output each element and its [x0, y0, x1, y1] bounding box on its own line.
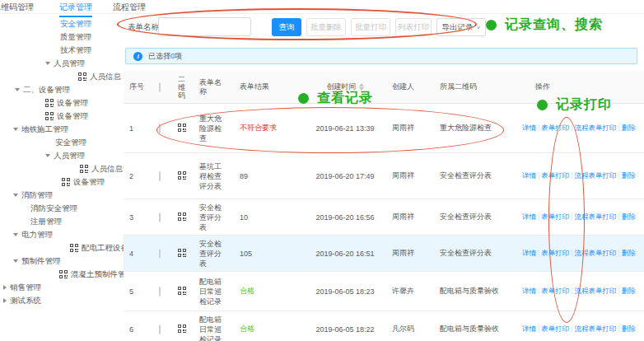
- table-row[interactable]: 5 配电箱日常巡检记录 合格 2019-06-05 18:23 许馨卉 配电箱与…: [124, 272, 644, 311]
- sidebar-item-8[interactable]: 设备管理: [0, 110, 122, 123]
- row-checkbox[interactable]: [159, 287, 161, 297]
- detail-link[interactable]: 详情: [522, 171, 536, 180]
- qr-icon[interactable]: [178, 249, 186, 257]
- detail-link[interactable]: 详情: [522, 213, 536, 221]
- sidebar-item-15[interactable]: 消防安全管理: [0, 202, 122, 215]
- tab-qrcode-management[interactable]: 二维码管理: [0, 2, 34, 16]
- sidebar-item-label: 设备管理: [57, 96, 88, 110]
- sidebar-item-label: 预制件管理: [21, 255, 61, 268]
- sidebar-item-9[interactable]: 地铁施工管理: [0, 123, 122, 136]
- table-row[interactable]: 6 配电箱日常巡检记录 合格 2019-06-05 18:22 凡尔码 配电箱与…: [124, 311, 644, 341]
- row-checkbox[interactable]: [159, 325, 161, 334]
- flow-print-link[interactable]: 流程表单打印: [574, 171, 616, 180]
- header-form-name: 表单名称: [199, 78, 237, 96]
- table-row[interactable]: 4 安全检查评分表 105 2019-06-20 16:51 周雨祥 安全检查评…: [124, 236, 644, 272]
- sidebar-item-3[interactable]: 技术管理: [0, 44, 122, 57]
- batch-delete-button[interactable]: 批量删除: [306, 18, 346, 36]
- detail-link[interactable]: 详情: [522, 124, 536, 132]
- bullet-icon: [486, 20, 497, 30]
- form-print-link[interactable]: 表单打印: [541, 249, 569, 257]
- sidebar-item-17[interactable]: 电力管理: [0, 228, 122, 241]
- detail-link[interactable]: 详情: [522, 325, 536, 333]
- row-checkbox[interactable]: [159, 213, 161, 222]
- flow-print-link[interactable]: 流程表单打印: [574, 287, 616, 295]
- qr-icon[interactable]: [178, 325, 186, 333]
- form-print-link[interactable]: 表单打印: [541, 325, 569, 333]
- flow-print-link[interactable]: 流程表单打印: [574, 213, 616, 221]
- sidebar-item-16[interactable]: 注册管理: [0, 215, 122, 228]
- sidebar-item-22[interactable]: 测试系统: [0, 294, 122, 307]
- sidebar-item-11[interactable]: 人员管理: [0, 149, 122, 162]
- flow-print-link[interactable]: 流程表单打印: [574, 249, 616, 257]
- sidebar-item-19[interactable]: 预制件管理: [0, 255, 122, 268]
- form-name-label: 表单名称:: [128, 22, 161, 33]
- chevron-down-icon[interactable]: [13, 259, 18, 263]
- qr-icon: [45, 99, 54, 107]
- tab-process-management[interactable]: 流程管理: [113, 2, 146, 16]
- sidebar-item-1[interactable]: 安全管理: [0, 17, 122, 30]
- row-checkbox[interactable]: [159, 124, 161, 133]
- selection-alert-text: 已选择0项: [148, 51, 182, 62]
- chevron-down-icon[interactable]: [15, 88, 20, 91]
- delete-link[interactable]: 删除: [622, 249, 636, 257]
- chevron-down-icon[interactable]: [45, 62, 50, 65]
- row-checkbox[interactable]: [159, 249, 161, 259]
- sidebar-item-4[interactable]: 人员管理: [0, 57, 122, 70]
- sidebar-item-21[interactable]: 销售管理: [0, 281, 122, 294]
- query-button[interactable]: 查询: [272, 18, 301, 36]
- list-print-button[interactable]: 列表打印: [395, 18, 432, 36]
- cell-actions: 详情|表单打印|流程表单打印|删除: [522, 287, 644, 297]
- sidebar-item-7[interactable]: 设备管理: [0, 96, 122, 110]
- qr-icon: [45, 112, 54, 120]
- cell-form-name: 配电箱日常巡检记录: [199, 277, 237, 306]
- delete-link[interactable]: 删除: [622, 171, 636, 180]
- table-row[interactable]: 1 重大危险源检查 不符合要求 2019-06-21 13:39 周雨祥 重大危…: [124, 104, 644, 153]
- sidebar-item-label: 地铁施工管理: [21, 123, 68, 136]
- delete-link[interactable]: 删除: [622, 325, 636, 333]
- form-name-input[interactable]: [158, 17, 251, 36]
- table-row[interactable]: 3 安全检查评分表 10 2019-06-20 16:56 周雨祥 安全检查评分…: [124, 199, 644, 236]
- flow-print-link[interactable]: 流程表单打印: [574, 124, 616, 132]
- flow-print-link[interactable]: 流程表单打印: [574, 325, 616, 333]
- sidebar-item-12[interactable]: 人员信息管理: [0, 162, 122, 175]
- sidebar-item-label: 技术管理: [60, 44, 91, 57]
- sidebar-item-2[interactable]: 质量管理: [0, 30, 122, 44]
- header-created-time[interactable]: 创建时间: [298, 82, 392, 92]
- chevron-right-icon[interactable]: [3, 298, 7, 303]
- form-print-link[interactable]: 表单打印: [541, 171, 569, 180]
- chevron-down-icon[interactable]: [13, 128, 18, 131]
- sidebar-item-5[interactable]: 人员信息: [0, 70, 122, 83]
- tab-record-management[interactable]: 记录管理: [59, 2, 92, 17]
- chevron-down-icon[interactable]: [45, 154, 50, 157]
- sidebar-item-18[interactable]: 配电工程设备巡检: [0, 241, 122, 255]
- chevron-down-icon[interactable]: [13, 233, 18, 236]
- sidebar-item-13[interactable]: 设备管理: [0, 175, 122, 189]
- sidebar-item-20[interactable]: 混凝土预制件管理: [0, 268, 122, 281]
- cell-seq: 5: [124, 287, 155, 296]
- qr-icon[interactable]: [178, 213, 186, 221]
- qr-icon: [62, 178, 70, 186]
- batch-print-button[interactable]: 批量打印: [351, 18, 390, 36]
- sidebar-item-6[interactable]: 二、设备管理: [0, 83, 122, 96]
- detail-link[interactable]: 详情: [522, 249, 536, 257]
- select-all-checkbox[interactable]: [159, 82, 161, 92]
- form-print-link[interactable]: 表单打印: [541, 213, 569, 221]
- sidebar-item-14[interactable]: 消防管理: [0, 189, 122, 202]
- delete-link[interactable]: 删除: [622, 287, 636, 295]
- export-records-button[interactable]: 导出记录 ∨: [436, 18, 486, 36]
- delete-link[interactable]: 删除: [622, 124, 636, 132]
- form-print-link[interactable]: 表单打印: [541, 287, 569, 295]
- row-checkbox[interactable]: [159, 171, 161, 181]
- sidebar-item-10[interactable]: 安全管理: [0, 136, 122, 149]
- sort-icon[interactable]: [359, 83, 364, 91]
- qr-icon[interactable]: [178, 287, 186, 295]
- chevron-right-icon[interactable]: [3, 285, 7, 290]
- annotation-search-note: 记录查询、搜索: [486, 16, 603, 34]
- qr-icon[interactable]: [178, 171, 186, 180]
- form-print-link[interactable]: 表单打印: [541, 124, 569, 132]
- table-row[interactable]: 2 基坑工程检查评分表 89 2019-06-20 17:49 周雨祥 安全检查…: [124, 153, 644, 199]
- qr-icon[interactable]: [178, 124, 186, 132]
- detail-link[interactable]: 详情: [522, 287, 536, 295]
- delete-link[interactable]: 删除: [622, 213, 636, 221]
- chevron-down-icon[interactable]: [13, 194, 18, 197]
